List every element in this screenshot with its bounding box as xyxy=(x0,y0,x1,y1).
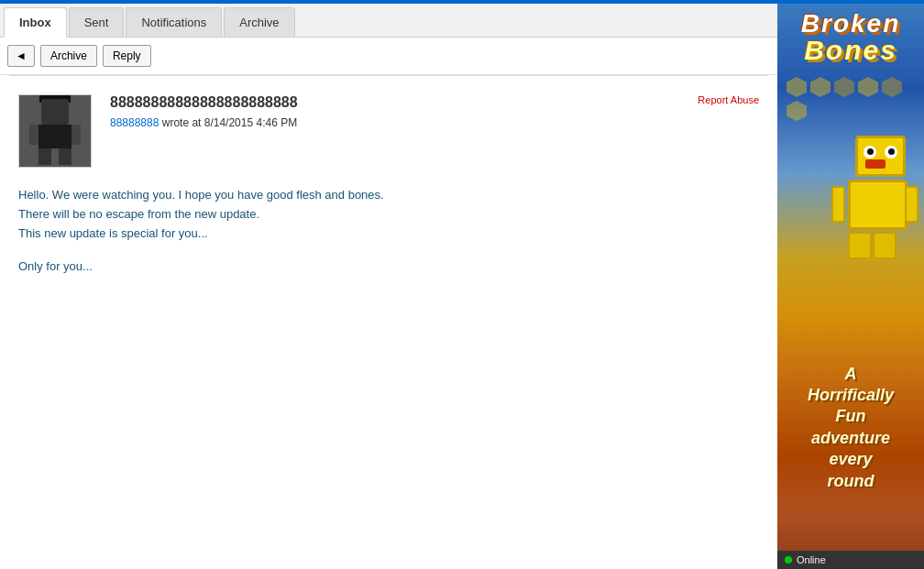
char-head xyxy=(41,99,69,125)
hex-1 xyxy=(786,77,807,97)
online-dot xyxy=(785,556,792,564)
cube-eye-right xyxy=(885,146,897,159)
message-container: R xyxy=(0,76,777,295)
cube-pupil-right xyxy=(888,148,895,155)
char-left-leg xyxy=(38,148,51,165)
ad-tagline-5: every xyxy=(781,449,920,470)
report-abuse-link[interactable]: Report Abuse xyxy=(698,94,759,105)
avatar: R xyxy=(18,94,92,168)
char-right-arm xyxy=(72,125,81,145)
ad-tagline-1: A xyxy=(781,364,920,385)
ad-title-broken: Broken xyxy=(785,11,917,37)
reply-button[interactable]: Reply xyxy=(103,45,151,67)
hex-2 xyxy=(810,77,830,97)
hex-3 xyxy=(834,77,854,97)
char-body xyxy=(38,125,72,148)
tab-notifications[interactable]: Notifications xyxy=(126,7,222,37)
cube-eye-left xyxy=(864,146,876,159)
tabs-bar: Inbox Sent Notifications Archive xyxy=(0,4,777,38)
cube-arm-left xyxy=(831,186,845,223)
cube-leg-right xyxy=(873,232,896,259)
wrote-text: wrote at 8/14/2015 4:46 PM xyxy=(159,116,297,129)
ad-tagline-2: Horrifically xyxy=(781,385,920,406)
ad-tagline-6: round xyxy=(781,471,920,492)
back-button[interactable]: ◄ xyxy=(7,45,35,67)
body-line-2: There will be no escape from the new upd… xyxy=(18,205,759,224)
body-line-3: This new update is special for you... xyxy=(18,224,759,244)
toolbar: ◄ Archive Reply xyxy=(0,38,777,75)
cube-pupil-left xyxy=(867,148,874,155)
tab-inbox[interactable]: Inbox xyxy=(4,7,67,38)
online-status-bar: Online xyxy=(777,551,924,569)
message-header: R xyxy=(18,94,759,168)
ad-title-area: Broken Bones xyxy=(777,4,924,71)
tab-sent[interactable]: Sent xyxy=(69,7,125,37)
hex-5 xyxy=(882,77,902,97)
body-line-1: Hello. We were watching you. I hope you … xyxy=(18,186,759,205)
content-area: Inbox Sent Notifications Archive ◄ Archi… xyxy=(0,4,777,569)
cube-character-area xyxy=(786,126,915,273)
hex-4 xyxy=(858,77,878,97)
ad-container[interactable]: Broken Bones xyxy=(777,4,924,569)
ad-title-bones: Bones xyxy=(785,37,917,64)
char-left-arm xyxy=(29,125,38,145)
cube-mouth xyxy=(865,159,886,169)
cube-head xyxy=(855,136,906,177)
body-line-4: Only for you... xyxy=(18,257,759,277)
avatar-character: R xyxy=(28,99,82,163)
ad-tagline-4: adventure xyxy=(781,428,920,449)
ad-tagline-area: A Horrifically Fun adventure every round xyxy=(777,360,924,496)
message-body: Hello. We were watching you. I hope you … xyxy=(18,186,759,277)
avatar-area: R xyxy=(18,94,92,168)
body-gap xyxy=(18,243,759,257)
sender-link[interactable]: 88888888 xyxy=(110,116,159,129)
archive-button[interactable]: Archive xyxy=(40,45,97,67)
ad-tagline-3: Fun xyxy=(781,406,920,427)
message-subject: 88888888888888888888888 xyxy=(110,94,698,111)
hex-6 xyxy=(786,101,807,121)
message-info: 88888888888888888888888 88888888 wrote a… xyxy=(110,94,759,129)
online-label: Online xyxy=(797,554,826,565)
tab-archive[interactable]: Archive xyxy=(224,7,294,37)
message-meta: 88888888 wrote at 8/14/2015 4:46 PM xyxy=(110,116,698,129)
char-right-leg xyxy=(59,148,72,165)
cube-leg-left xyxy=(848,232,872,259)
cube-body xyxy=(848,180,908,230)
sidebar-ad: Broken Bones xyxy=(777,4,924,569)
cube-arm-right xyxy=(905,186,918,223)
